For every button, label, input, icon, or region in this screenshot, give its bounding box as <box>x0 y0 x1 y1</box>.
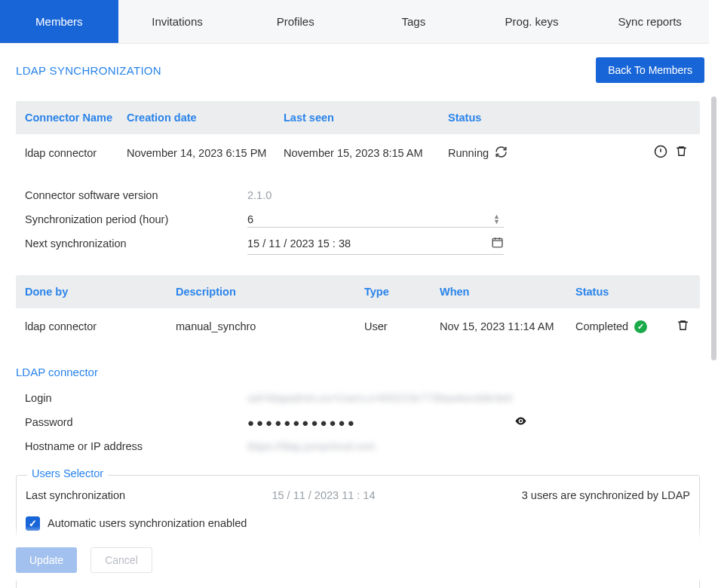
job-when: Nov 15, 2023 11:14 AM <box>440 320 575 332</box>
col-job-status[interactable]: Status <box>575 286 658 298</box>
connector-date: November 14, 2023 6:15 PM <box>127 147 284 159</box>
job-done-by: ldap connector <box>25 320 176 332</box>
period-value: 6 <box>247 213 253 225</box>
col-type[interactable]: Type <box>364 286 440 298</box>
update-button[interactable]: Update <box>16 547 77 573</box>
version-value: 2.1.0 <box>247 189 691 201</box>
password-field[interactable]: ●●●●●●●●●●●● <box>247 415 504 430</box>
connector-row: ldap connector November 14, 2023 6:15 PM… <box>16 134 700 171</box>
login-field[interactable]: uid=ldapadmin,ou=Users,o=655223c7736aa4e… <box>247 390 504 406</box>
version-label: Connector software version <box>25 189 247 201</box>
next-sync-value: 15 / 11 / 2023 15 : 38 <box>247 237 351 250</box>
col-connector-name[interactable]: Connector Name <box>25 112 127 124</box>
col-creation-date[interactable]: Creation date <box>127 112 284 124</box>
stepper-icon[interactable]: ▲▼ <box>493 214 504 225</box>
calendar-icon[interactable] <box>491 236 504 251</box>
period-input[interactable]: 6 ▲▼ <box>247 212 504 228</box>
sync-count-text: 3 users are synchronized by LDAP <box>522 489 690 501</box>
connector-status: Running <box>448 147 489 159</box>
svg-rect-1 <box>492 238 502 247</box>
scrollbar[interactable] <box>711 96 716 360</box>
period-label: Synchronization period (hour) <box>25 213 247 225</box>
job-type: User <box>364 320 440 332</box>
delete-job-icon[interactable] <box>677 319 689 334</box>
col-status[interactable]: Status <box>448 112 644 124</box>
sync-icon[interactable] <box>495 145 508 161</box>
alert-icon[interactable] <box>654 145 667 161</box>
password-label: Password <box>25 416 247 428</box>
next-sync-label: Next synchronization <box>25 237 247 250</box>
page-title: LDAP SYNCHRONIZATION <box>16 64 161 77</box>
job-status: Completed <box>575 320 628 332</box>
next-sync-input[interactable]: 15 / 11 / 2023 15 : 38 <box>247 233 504 255</box>
cancel-button[interactable]: Cancel <box>91 547 152 573</box>
ldap-connector-title: LDAP connector <box>16 366 700 378</box>
last-sync-label: Last synchronization <box>26 489 125 501</box>
connector-name: ldap connector <box>25 147 127 159</box>
job-row: ldap connector manual_synchro User Nov 1… <box>16 308 700 345</box>
tab-prog-keys[interactable]: Prog. keys <box>473 0 591 43</box>
col-last-seen[interactable]: Last seen <box>284 112 448 124</box>
login-label: Login <box>25 392 247 404</box>
delete-connector-icon[interactable] <box>675 145 688 161</box>
connector-seen: November 15, 2023 8:15 AM <box>284 147 448 159</box>
col-when[interactable]: When <box>440 286 575 298</box>
hostname-field[interactable]: ldaps://ldap.jumpcloud.com <box>247 439 504 454</box>
col-description[interactable]: Description <box>176 286 364 298</box>
show-password-icon[interactable] <box>514 415 527 430</box>
tab-sync-reports[interactable]: Sync reports <box>591 0 709 43</box>
tab-invitations[interactable]: Invitations <box>118 0 237 43</box>
hostname-label: Hostname or IP address <box>25 440 247 452</box>
connector-table-header: Connector Name Creation date Last seen S… <box>16 101 700 134</box>
users-selector-legend: Users Selector <box>27 467 108 479</box>
tab-tags[interactable]: Tags <box>354 0 473 43</box>
last-sync-value: 15 / 11 / 2023 11 : 14 <box>272 489 375 501</box>
col-done-by[interactable]: Done by <box>25 286 176 298</box>
success-icon <box>634 320 647 333</box>
tab-profiles[interactable]: Profiles <box>236 0 354 43</box>
tab-members[interactable]: Members <box>0 0 118 43</box>
back-to-members-button[interactable]: Back To Members <box>596 57 704 83</box>
job-description: manual_synchro <box>176 320 364 332</box>
jobs-table-header: Done by Description Type When Status <box>16 275 700 308</box>
